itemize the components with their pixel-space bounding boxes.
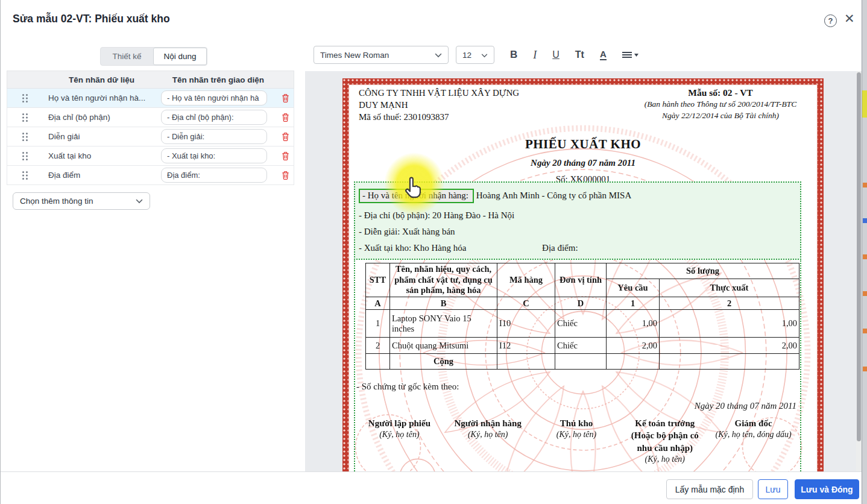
background-icon-fragment (863, 329, 867, 333)
drag-handle-icon[interactable] (7, 171, 42, 180)
company-name-line1: CÔNG TY TNHH VẬT LIỆU XÂY DỰNG (359, 87, 564, 99)
signature-note: (Ký, họ tên) (536, 429, 617, 440)
add-info-dropdown[interactable]: Chọn thêm thông tin (13, 192, 150, 210)
receiver-label-selected[interactable]: - Họ và tên người nhận hàng: (359, 189, 474, 203)
cell-stt: 2 (366, 338, 390, 354)
font-color-icon[interactable]: A (600, 49, 607, 60)
drag-handle-icon[interactable] (7, 132, 42, 142)
close-icon[interactable]: ✕ (844, 12, 855, 25)
tab-content[interactable]: Nội dung (153, 48, 207, 65)
save-button[interactable]: Lưu (758, 479, 788, 499)
cell: A (366, 297, 390, 310)
drag-handle-icon[interactable] (7, 113, 42, 122)
bold-icon[interactable]: B (510, 49, 517, 61)
description-line[interactable]: - Diễn giải: Xuất hàng bán (359, 227, 455, 237)
cell-code: I10 (497, 310, 555, 338)
background-icon-fragment (863, 291, 867, 296)
field-data-label: Diễn giải (42, 132, 161, 141)
cell-name: Laptop SONY Vaio 15 inches (390, 310, 497, 338)
align-menu-icon[interactable] (622, 51, 638, 58)
text-case-icon[interactable]: Tt (575, 49, 584, 60)
table-row[interactable]: Diễn giải (7, 127, 294, 146)
field-ui-label-input[interactable] (161, 168, 267, 183)
field-data-label: Địa chỉ (bộ phận) (42, 113, 161, 122)
drag-handle-icon[interactable] (7, 93, 42, 103)
cell (555, 354, 607, 370)
underline-icon[interactable]: U (552, 49, 560, 60)
items-table: STT Tên, nhãn hiệu, quy cách, phẩm chất … (365, 263, 799, 370)
attached-docs-line[interactable]: - Số chứng từ gốc kèm theo: (356, 382, 459, 392)
trash-icon[interactable] (276, 93, 295, 103)
scrollbar-thumb[interactable] (857, 72, 861, 441)
trash-icon[interactable] (276, 113, 295, 122)
save-and-close-button[interactable]: Lưu và Đóng (795, 479, 859, 499)
field-ui-label-input[interactable] (161, 148, 267, 163)
total-row: Cộng (366, 354, 799, 370)
cell: 2 (660, 297, 799, 310)
header-data-label: Tên nhãn dữ liệu (42, 75, 161, 84)
field-ui-label-input[interactable] (161, 110, 267, 125)
template-preview-pane[interactable]: CÔNG TY TNHH VẬT LIỆU XÂY DỰNG DUY MẠNH … (305, 71, 856, 471)
col-header-stt: STT (366, 263, 390, 297)
field-data-label: Họ và tên người nhận hà... (42, 93, 161, 102)
receiver-value: Hoàng Anh Minh - Công ty cổ phần MISA (476, 191, 632, 200)
cell-unit: Chiếc (555, 338, 607, 354)
background-icon-fragment (863, 367, 867, 371)
cell (497, 354, 555, 370)
font-size-select[interactable]: 12 (456, 46, 494, 64)
signature-title: Giám đốc (713, 417, 794, 429)
signature-row: Người lập phiếu (Ký, họ tên) Người nhận … (355, 417, 798, 465)
default-template-button[interactable]: Lấy mẫu mặc định (666, 479, 753, 499)
add-info-label: Chọn thêm thông tin (20, 197, 93, 206)
cell-unit: Chiếc (555, 310, 607, 338)
tab-design[interactable]: Thiết kế (101, 48, 153, 65)
header-ui-label: Tên nhãn trên giao diện (161, 75, 276, 84)
fields-table-header: Tên nhãn dữ liệu Tên nhãn trên giao diện (7, 71, 294, 89)
receiver-line: - Họ và tên người nhận hàng: Hoàng Anh M… (359, 189, 631, 203)
font-family-select[interactable]: Times New Roman (314, 46, 449, 64)
cell: C (497, 297, 555, 310)
chevron-down-icon (136, 197, 143, 206)
table-row[interactable]: Địa điểm (7, 166, 294, 185)
signature-date: Ngày 20 tháng 07 năm 2011 (695, 401, 796, 411)
trash-icon[interactable] (276, 171, 295, 180)
chevron-down-icon (435, 51, 442, 60)
cell-qty-act: 2,00 (660, 338, 799, 354)
document-date: Ngày 20 tháng 07 năm 2011 (349, 158, 817, 168)
background-highlight-fragment (862, 90, 867, 118)
preview-scrollbar[interactable] (856, 71, 862, 471)
signature-note: (Ký, họ tên) (359, 429, 440, 440)
field-ui-label-input[interactable] (161, 90, 267, 106)
drag-handle-icon[interactable] (7, 151, 42, 161)
info-box[interactable]: - Họ và tên người nhận hàng: Hoàng Anh M… (354, 181, 801, 260)
field-data-label: Địa điểm (42, 171, 161, 180)
background-icon-fragment (863, 218, 867, 223)
font-size-value: 12 (462, 51, 471, 60)
letter-row: A B C D 1 2 (366, 297, 799, 310)
document-body: CÔNG TY TNHH VẬT LIỆU XÂY DỰNG DUY MẠNH … (348, 84, 818, 471)
address-line[interactable]: - Địa chỉ (bộ phận): 20 Hàng Đào - Hà Nộ… (359, 210, 514, 221)
table-row[interactable]: Họ và tên người nhận hà... (7, 89, 294, 108)
table-row[interactable]: Địa chỉ (bộ phận) (7, 108, 294, 127)
cell-qty-req: 1,00 (607, 310, 660, 338)
cell-name: Chuột quang Mitsumi (390, 338, 497, 354)
trash-icon[interactable] (276, 151, 295, 161)
signature-title: Kế toán trưởng (624, 417, 705, 429)
signature-note: (Ký, họ tên) (624, 454, 705, 465)
issued-line2: Ngày 22/12/2014 của Bộ Tài chính) (630, 110, 811, 121)
company-tax-code: Mã số thuế: 2301093837 (359, 111, 564, 123)
warehouse-line[interactable]: - Xuất tại kho: Kho Hàng hóa Địa điểm: (359, 243, 578, 253)
company-name-line2: DUY MẠNH (359, 99, 564, 111)
cell (366, 354, 390, 370)
cell-stt: 1 (366, 310, 390, 338)
signature-title: Người lập phiếu (359, 417, 440, 429)
help-icon[interactable]: ? (824, 14, 837, 27)
document-title: PHIẾU XUẤT KHO (349, 137, 817, 152)
field-ui-label-input[interactable] (161, 129, 267, 144)
background-app-sliver (862, 0, 867, 504)
signature-subtitle: (Hoặc bộ phận có nhu cầu nhập) (624, 429, 705, 454)
fields-table: Tên nhãn dữ liệu Tên nhãn trên giao diện… (7, 71, 294, 185)
italic-icon[interactable]: I (533, 49, 537, 61)
trash-icon[interactable] (276, 132, 295, 142)
table-row[interactable]: Xuất tại kho (7, 146, 294, 166)
